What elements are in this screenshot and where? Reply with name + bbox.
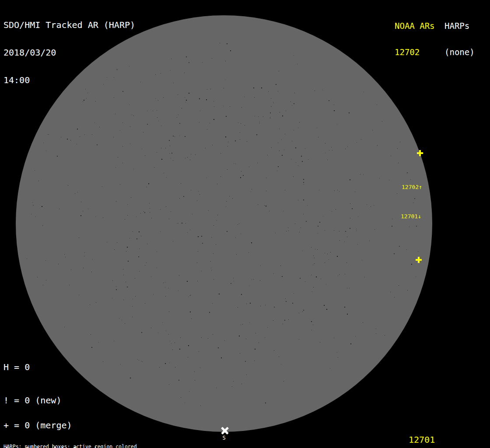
magnetogram-speckle	[327, 160, 328, 160]
magnetogram-speckle	[390, 292, 391, 292]
magnetogram-speckle	[83, 268, 84, 268]
magnetogram-speckle	[299, 313, 299, 313]
harps-value: (none)	[444, 48, 475, 56]
magnetogram-speckle	[144, 211, 144, 212]
magnetogram-speckle	[258, 116, 259, 117]
magnetogram-speckle	[211, 237, 212, 238]
magnetogram-speckle	[145, 155, 145, 156]
magnetogram-speckle	[294, 293, 294, 294]
magnetogram-speckle	[303, 214, 304, 214]
magnetogram-speckle	[33, 205, 33, 205]
magnetogram-speckle	[189, 93, 189, 94]
magnetogram-speckle	[311, 321, 312, 322]
magnetogram-speckle	[298, 200, 298, 200]
magnetogram-speckle	[254, 360, 255, 361]
magnetogram-speckle	[138, 256, 139, 257]
magnetogram-speckle	[190, 295, 190, 296]
magnetogram-speckle	[233, 278, 234, 278]
magnetogram-speckle	[214, 101, 214, 102]
magnetogram-speckle	[339, 191, 340, 192]
magnetogram-speckle	[27, 259, 27, 259]
magnetogram-speckle	[232, 198, 233, 199]
magnetogram-speckle	[46, 280, 46, 280]
magnetogram-speckle	[239, 336, 240, 336]
magnetogram-speckle	[33, 205, 34, 206]
magnetogram-speckle	[228, 146, 228, 147]
magnetogram-speckle	[97, 144, 98, 145]
magnetogram-speckle	[147, 244, 147, 244]
magnetogram-speckle	[126, 282, 126, 282]
magnetogram-speckle	[337, 190, 338, 190]
magnetogram-speckle	[318, 233, 318, 234]
magnetogram-speckle	[122, 320, 122, 320]
magnetogram-speckle	[58, 264, 59, 264]
magnetogram-speckle	[299, 122, 300, 122]
south-pole-x-icon	[221, 427, 228, 434]
magnetogram-speckle	[369, 241, 370, 241]
magnetogram-speckle	[35, 170, 35, 171]
magnetogram-speckle	[200, 111, 200, 111]
magnetogram-speckle	[267, 155, 268, 155]
magnetogram-speckle	[236, 254, 237, 255]
magnetogram-speckle	[265, 305, 266, 305]
magnetogram-speckle	[230, 50, 231, 51]
magnetogram-speckle	[123, 300, 124, 300]
magnetogram-speckle	[247, 141, 247, 142]
magnetogram-speckle	[132, 317, 133, 317]
magnetogram-speckle	[238, 224, 238, 225]
magnetogram-speckle	[142, 361, 143, 362]
magnetogram-speckle	[145, 303, 145, 304]
magnetogram-speckle	[334, 230, 334, 231]
magnetogram-speckle	[158, 100, 158, 101]
magnetogram-speckle	[154, 167, 154, 168]
magnetogram-speckle	[217, 184, 217, 184]
magnetogram-speckle	[413, 203, 413, 203]
magnetogram-speckle	[282, 116, 283, 116]
magnetogram-speckle	[313, 256, 314, 256]
magnetogram-speckle	[263, 116, 263, 117]
magnetogram-speckle	[280, 112, 280, 112]
magnetogram-speckle	[327, 254, 328, 254]
magnetogram-speckle	[213, 253, 214, 254]
magnetogram-speckle	[277, 171, 277, 171]
magnetogram-speckle	[394, 253, 395, 254]
magnetogram-speckle	[182, 223, 182, 224]
magnetogram-speckle	[231, 283, 231, 284]
noaa-ar-number-label: 12702↑	[402, 184, 422, 190]
magnetogram-speckle	[392, 219, 392, 219]
magnetogram-speckle	[242, 384, 242, 384]
magnetogram-speckle	[65, 257, 66, 257]
magnetogram-speckle	[344, 242, 345, 242]
magnetogram-speckle	[179, 136, 180, 136]
magnetogram-speckle	[329, 150, 329, 150]
magnetogram-speckle	[294, 103, 294, 104]
magnetogram-speckle	[350, 343, 351, 344]
magnetogram-speckle	[178, 223, 178, 224]
magnetogram-speckle	[192, 214, 192, 214]
magnetogram-speckle	[140, 82, 141, 82]
magnetogram-speckle	[270, 112, 271, 113]
magnetogram-speckle	[130, 238, 130, 238]
magnetogram-speckle	[301, 228, 301, 228]
magnetogram-speckle	[190, 230, 190, 230]
magnetogram-speckle	[394, 297, 395, 298]
magnetogram-speckle	[250, 303, 251, 304]
magnetogram-speckle	[200, 368, 200, 368]
magnetogram-speckle	[179, 198, 180, 199]
magnetogram-speckle	[284, 381, 284, 382]
magnetogram-speckle	[157, 117, 158, 118]
magnetogram-speckle	[350, 218, 350, 218]
magnetogram-speckle	[314, 263, 315, 264]
magnetogram-speckle	[267, 327, 268, 328]
magnetogram-speckle	[273, 103, 274, 103]
magnetogram-speckle	[376, 329, 376, 329]
magnetogram-speckle	[302, 312, 303, 312]
magnetogram-speckle	[202, 62, 203, 63]
magnetogram-speckle	[120, 184, 120, 185]
magnetogram-speckle	[249, 286, 249, 286]
magnetogram-speckle	[355, 336, 356, 336]
magnetogram-speckle	[208, 210, 209, 211]
legend-item-new: ! = 0 (new)	[4, 396, 104, 405]
magnetogram-speckle	[292, 105, 292, 106]
magnetogram-speckle	[178, 380, 179, 381]
